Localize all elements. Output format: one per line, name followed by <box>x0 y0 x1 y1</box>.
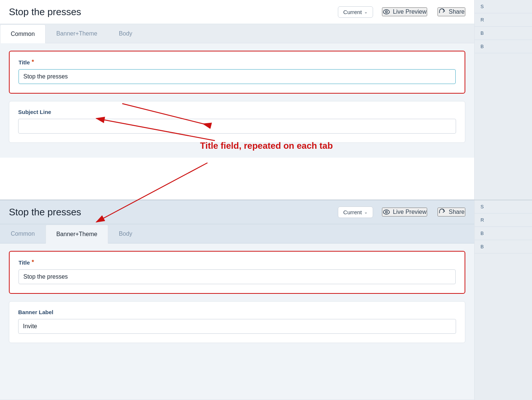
right-strip-bottom: S R B B <box>474 200 532 400</box>
right-strip-bottom-item-b2: B <box>475 240 532 253</box>
top-panel: Stop the presses Current ⌄ Live Preview … <box>0 0 474 200</box>
bottom-share-label: Share <box>449 209 465 215</box>
bottom-header: Stop the presses Current ⌄ Live Preview … <box>0 200 474 224</box>
version-dropdown[interactable]: Current ⌄ <box>338 6 373 18</box>
share-button[interactable]: Share <box>438 7 465 16</box>
svg-point-5 <box>385 211 387 213</box>
top-content-area: Title * Subject Line <box>0 43 474 158</box>
required-indicator: * <box>32 59 34 65</box>
top-header: Stop the presses Current ⌄ Live Preview … <box>0 0 474 24</box>
page-title: Stop the presses <box>9 6 338 18</box>
svg-point-1 <box>385 11 387 13</box>
right-strip-item-r: R <box>475 13 532 27</box>
share-icon <box>438 8 446 16</box>
bottom-header-actions: Live Preview Share <box>382 208 465 216</box>
bottom-chevron-icon: ⌄ <box>364 210 368 215</box>
subject-line-label: Subject Line <box>18 109 456 115</box>
bottom-live-preview-label: Live Preview <box>393 209 427 215</box>
subject-line-input[interactable] <box>18 119 456 134</box>
tab-common-bottom[interactable]: Common <box>0 224 46 243</box>
tab-body-bottom[interactable]: Body <box>108 224 143 243</box>
bottom-content-area: Title * Banner Label <box>0 243 474 358</box>
top-title-section: Title * <box>9 51 465 94</box>
tab-common-top[interactable]: Common <box>0 24 46 43</box>
eye-icon <box>383 8 390 16</box>
right-strip-top: S R B B <box>474 0 532 200</box>
top-subject-section: Subject Line <box>9 101 465 143</box>
chevron-down-icon: ⌄ <box>364 10 368 14</box>
tab-banner-theme-top[interactable]: Banner+Theme <box>46 24 108 43</box>
live-preview-button[interactable]: Live Preview <box>382 7 428 16</box>
right-strip-bottom-item-r: R <box>475 214 532 227</box>
bottom-title-field-label: Title * <box>19 259 456 266</box>
bottom-live-preview-button[interactable]: Live Preview <box>382 208 428 216</box>
bottom-tabs-bar: Common Banner+Theme Body <box>0 224 474 243</box>
bottom-title-section: Title * <box>9 251 465 294</box>
bottom-version-label: Current <box>343 209 362 215</box>
top-tabs-bar: Common Banner+Theme Body <box>0 24 474 43</box>
right-strip-item-s: S <box>475 0 532 13</box>
banner-label-label: Banner Label <box>18 309 456 315</box>
header-actions: Live Preview Share <box>382 7 465 16</box>
bottom-eye-icon <box>383 208 390 216</box>
share-label: Share <box>449 9 465 15</box>
title-input-top[interactable] <box>19 69 456 84</box>
right-strip-item-b2: B <box>475 40 532 53</box>
bottom-banner-label-section: Banner Label <box>9 301 465 343</box>
tab-body-top[interactable]: Body <box>108 24 143 43</box>
right-strip-bottom-item-s: S <box>475 200 532 214</box>
version-label: Current <box>343 9 362 15</box>
bottom-required-indicator: * <box>32 259 34 266</box>
bottom-version-dropdown[interactable]: Current ⌄ <box>338 206 373 218</box>
bottom-share-button[interactable]: Share <box>438 208 465 216</box>
right-strip-bottom-item-b1: B <box>475 227 532 240</box>
title-input-bottom[interactable] <box>19 269 456 284</box>
right-strip-item-b1: B <box>475 27 532 40</box>
svg-point-4 <box>383 210 389 214</box>
svg-point-0 <box>383 10 389 14</box>
banner-label-input[interactable] <box>18 319 456 334</box>
bottom-share-icon <box>438 208 446 216</box>
bottom-panel: Stop the presses Current ⌄ Live Preview … <box>0 200 474 400</box>
tab-banner-theme-bottom[interactable]: Banner+Theme <box>46 225 108 243</box>
bottom-page-title: Stop the presses <box>9 206 338 218</box>
title-field-label: Title * <box>19 59 456 65</box>
live-preview-label: Live Preview <box>393 9 427 15</box>
